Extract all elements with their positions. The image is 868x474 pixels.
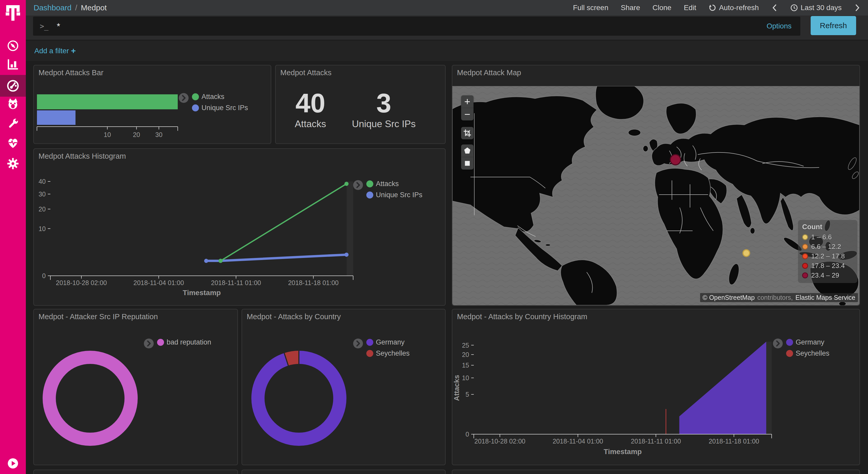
x-tick-label: 2018-11-18 01:00: [288, 279, 339, 286]
legend-toggle-icon[interactable]: [353, 338, 363, 349]
y-axis-label: Attacks: [453, 375, 461, 401]
time-back-button[interactable]: [771, 4, 778, 11]
series-line-Attacks: [221, 184, 346, 261]
legend-toggle-icon[interactable]: [353, 180, 363, 190]
y-tick-label: 15: [462, 362, 469, 369]
query-input[interactable]: [56, 21, 767, 32]
sidebar-item-dev-tools[interactable]: [0, 114, 26, 134]
x-tick-label: 2018-11-11 01:00: [631, 438, 681, 445]
y-tick-label: 0: [42, 272, 46, 279]
map-fit-bounds-button[interactable]: [461, 127, 473, 139]
clone-button[interactable]: Clone: [653, 4, 672, 12]
legend-item-unique-src-ips[interactable]: Unique Src IPs: [192, 104, 248, 112]
world-map[interactable]: + − Count 1 – 6.6: [452, 86, 860, 305]
metric-group: 40 Attacks 3 Unique Src IPs: [276, 76, 445, 143]
panel-stub: [33, 470, 238, 474]
sidebar-item-dashboard[interactable]: [0, 75, 26, 97]
range-dot: [802, 272, 808, 278]
edit-button[interactable]: Edit: [684, 4, 696, 12]
legend-item-bad-reputation[interactable]: bad reputation: [157, 338, 211, 346]
legend-item-seychelles[interactable]: Seychelles: [366, 349, 410, 357]
elastic-maps-service-link[interactable]: Elastic Maps Service: [796, 294, 855, 301]
console-prompt-icon: >_: [40, 22, 49, 30]
attacks-line-chart: 2018-10-28 02:002018-11-04 01:002018-11-…: [34, 149, 445, 305]
legend-title: Count: [802, 223, 853, 231]
breadcrumb-dashboard-link[interactable]: Dashboard: [34, 3, 71, 12]
y-tick-label: 25: [462, 342, 469, 349]
y-tick-label: 20: [462, 351, 469, 358]
data-point: [219, 259, 223, 263]
legend: Germany Seychelles: [773, 338, 830, 357]
legend-toggle-icon[interactable]: [773, 338, 783, 349]
attack-dot-Seychelles cluster 1-6.6: [743, 250, 750, 256]
donut-slice-Germany: [258, 357, 340, 439]
x-tick-label: 2018-11-04 01:00: [553, 438, 603, 445]
data-point: [204, 259, 208, 263]
x-tick-label: 2018-10-28 02:00: [56, 279, 107, 286]
sidebar-item-discover[interactable]: [0, 36, 26, 55]
legend-item-germany[interactable]: Germany: [786, 338, 830, 346]
sidebar: [0, 0, 26, 474]
gear-icon: [6, 157, 20, 170]
sidebar-item-visualize[interactable]: [0, 55, 26, 74]
time-picker-button[interactable]: Last 30 days: [790, 4, 842, 12]
add-filter-button[interactable]: Add a filter +: [34, 46, 76, 56]
sidebar-item-monitoring[interactable]: [0, 134, 26, 152]
legend-toggle-icon[interactable]: [179, 93, 189, 103]
donut-slice-bad reputation: [49, 357, 131, 439]
crop-icon: [463, 129, 472, 138]
attribution-text: contributors,: [757, 294, 793, 301]
play-circle-icon: [6, 456, 20, 471]
refresh-button[interactable]: Refresh: [811, 16, 856, 35]
openstreetmap-link[interactable]: © OpenStreetMap: [703, 294, 755, 301]
legend-item-germany[interactable]: Germany: [366, 338, 410, 346]
sidebar-item-management[interactable]: [0, 154, 26, 173]
range-dot: [802, 263, 808, 269]
x-tick-label: 2018-10-28 02:00: [474, 438, 525, 445]
legend-item-unique-src-ips[interactable]: Unique Src IPs: [366, 191, 423, 199]
sidebar-collapse-button[interactable]: [0, 454, 26, 473]
range-dot: [802, 234, 808, 240]
map-zoom-in-button[interactable]: +: [461, 95, 473, 108]
legend-item-attacks[interactable]: Attacks: [192, 93, 248, 101]
partial-bucket-endzone: [347, 181, 353, 276]
x-tick-label: 10: [104, 131, 111, 138]
legend-swatch: [192, 105, 199, 111]
refresh-cycle-icon: [709, 4, 716, 11]
legend-toggle-icon[interactable]: [144, 338, 154, 349]
legend-swatch: [786, 350, 793, 357]
map-draw-rectangle-button[interactable]: [461, 157, 473, 170]
map-draw-polygon-button[interactable]: [461, 145, 473, 157]
query-bar: >_ Options Refresh: [26, 16, 868, 40]
legend-swatch: [366, 339, 373, 346]
y-tick-label: 20: [38, 205, 46, 213]
country-area-chart: 2018-10-28 02:002018-11-04 01:002018-11-…: [452, 309, 860, 465]
panel-title[interactable]: Medpot Attack Map: [457, 68, 521, 77]
auto-refresh-button[interactable]: Auto-refresh: [709, 4, 759, 12]
range-dot: [802, 253, 808, 259]
map-zoom-out-button[interactable]: −: [461, 108, 473, 120]
wrench-icon: [6, 117, 20, 130]
legend-item-seychelles[interactable]: Seychelles: [786, 349, 830, 357]
filter-bar: Add a filter +: [26, 40, 868, 61]
legend-item-attacks[interactable]: Attacks: [366, 180, 423, 188]
time-forward-button[interactable]: [854, 4, 861, 11]
share-button[interactable]: Share: [621, 4, 640, 12]
map-fit-control: [461, 127, 473, 139]
sidebar-item-timelion[interactable]: [0, 95, 26, 114]
breadcrumb-separator: /: [75, 3, 77, 12]
legend-swatch: [366, 350, 373, 357]
x-tick-label: 2018-11-04 01:00: [133, 279, 184, 286]
y-tick-label: 40: [38, 178, 46, 185]
country-donut-chart: [242, 309, 445, 465]
panel-stub: [452, 470, 860, 474]
bar-Attacks: [37, 94, 178, 109]
query-options-link[interactable]: Options: [767, 22, 792, 30]
legend-range-row: 1 – 6.6: [802, 233, 853, 241]
legend-range-row: 12.2 – 17.8: [802, 252, 853, 260]
panel-attacks-by-country: Medpot - Attacks by Country Germany Seyc…: [242, 309, 445, 465]
map-attribution: © OpenStreetMap contributors, Elastic Ma…: [700, 293, 858, 302]
query-input-box[interactable]: >_ Options: [33, 17, 800, 36]
chevron-left-icon: [771, 4, 778, 11]
full-screen-button[interactable]: Full screen: [573, 4, 609, 12]
